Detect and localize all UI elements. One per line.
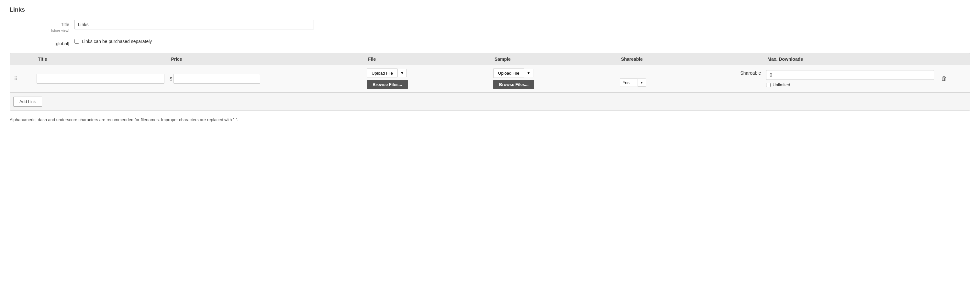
sample-upload-wrap: Upload File ▼ Browse Files... <box>493 68 615 89</box>
file-upload-row: Upload File ▼ <box>367 68 488 78</box>
links-table: Title Price File Sample Shareable Max. D… <box>10 53 970 92</box>
title-label: Title [store view] <box>10 20 75 33</box>
sample-browse-button[interactable]: Browse Files... <box>493 80 535 89</box>
title-input[interactable] <box>75 20 314 29</box>
purchased-separately-label: Links can be purchased separately <box>82 39 152 44</box>
row-sample-cell: Upload File ▼ Browse Files... <box>491 65 617 92</box>
add-link-button[interactable]: Add Link <box>13 97 42 107</box>
shareable-select-wrap: Yes No ▼ <box>620 78 761 87</box>
row-downloads-cell: Unlimited <box>764 65 937 92</box>
row-price-cell: $ <box>167 65 364 92</box>
section-title: Links <box>10 6 970 13</box>
table-row: ⠿ $ Upload File <box>10 65 970 92</box>
sample-upload-button[interactable]: Upload File <box>493 68 524 78</box>
file-upload-wrap: Upload File ▼ Browse Files... <box>367 68 488 89</box>
drag-handle-cell: ⠿ <box>10 65 34 92</box>
footer-note: Alphanumeric, dash and underscore charac… <box>10 117 970 122</box>
unlimited-checkbox[interactable] <box>766 83 771 87</box>
row-file-cell: Upload File ▼ Browse Files... <box>364 65 491 92</box>
col-shareable-header: Shareable <box>617 53 764 65</box>
col-sample-header: Sample <box>491 53 617 65</box>
row-delete-cell: 🗑 <box>937 65 970 92</box>
col-price-header: Price <box>167 53 364 65</box>
price-symbol: $ <box>170 76 172 81</box>
col-title-header: Title <box>34 53 167 65</box>
add-link-row: Add Link <box>10 92 970 111</box>
file-upload-button[interactable]: Upload File <box>367 68 398 78</box>
file-upload-dropdown-button[interactable]: ▼ <box>398 69 407 77</box>
checkbox-wrap: Links can be purchased separately <box>75 39 970 44</box>
shareable-label: Shareable <box>740 70 761 76</box>
title-row: Title [store view] <box>10 20 970 33</box>
drag-handle-icon[interactable]: ⠿ <box>13 76 19 81</box>
shareable-select[interactable]: Yes No <box>620 78 638 87</box>
unlimited-row: Unlimited <box>766 82 934 87</box>
purchased-separately-checkbox[interactable] <box>75 39 79 44</box>
file-browse-button[interactable]: Browse Files... <box>367 80 408 89</box>
col-delete-header <box>937 53 970 65</box>
row-shareable-cell: Shareable Yes No ▼ <box>617 65 764 92</box>
shareable-select-arrow-icon[interactable]: ▼ <box>638 79 646 87</box>
global-label: [global] <box>10 39 75 47</box>
col-file-header: File <box>364 53 491 65</box>
col-drag-header <box>10 53 34 65</box>
sample-upload-dropdown-button[interactable]: ▼ <box>524 69 533 77</box>
delete-row-button[interactable]: 🗑 <box>939 74 949 83</box>
downloads-cell-wrap: Unlimited <box>766 70 934 87</box>
downloads-input[interactable] <box>766 70 934 80</box>
row-title-input[interactable] <box>37 74 164 84</box>
unlimited-label: Unlimited <box>773 82 790 87</box>
purchased-separately-row: Links can be purchased separately <box>75 39 970 44</box>
store-view-label: [store view] <box>10 28 69 33</box>
col-downloads-header: Max. Downloads <box>764 53 937 65</box>
sample-upload-row: Upload File ▼ <box>493 68 615 78</box>
price-input[interactable] <box>173 74 260 84</box>
links-table-container: Title Price File Sample Shareable Max. D… <box>10 53 970 111</box>
title-input-wrap <box>75 20 970 29</box>
price-wrap: $ <box>170 74 260 84</box>
row-title-cell <box>34 65 167 92</box>
table-header: Title Price File Sample Shareable Max. D… <box>10 53 970 65</box>
table-body: ⠿ $ Upload File <box>10 65 970 92</box>
checkbox-row: [global] Links can be purchased separate… <box>10 39 970 47</box>
shareable-cell-wrap: Shareable Yes No ▼ <box>620 70 761 87</box>
shareable-label-row: Shareable <box>620 70 761 76</box>
